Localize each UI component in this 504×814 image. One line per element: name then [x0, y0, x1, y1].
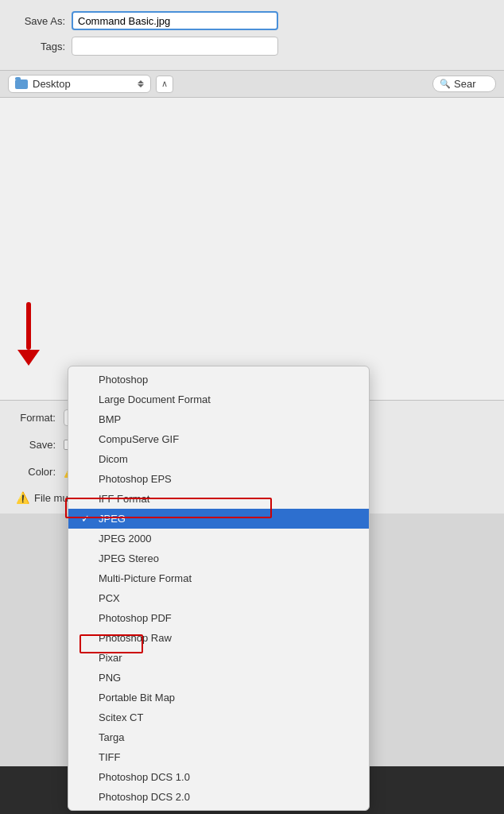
arrow-shaft — [26, 302, 31, 350]
dropdown-label-tiff: TIFF — [99, 751, 356, 763]
dropdown-label-eps: Photoshop EPS — [99, 473, 356, 485]
dropdown-label-large-doc: Large Document Format — [99, 393, 356, 405]
save-options-label: Save: — [16, 439, 64, 451]
tags-label: Tags: — [16, 41, 72, 52]
arrow-head — [17, 350, 40, 366]
dropdown-item-multi-picture[interactable]: Multi-Picture Format — [68, 568, 369, 588]
dropdown-label-raw: Photoshop Raw — [99, 632, 356, 644]
dropdown-item-bmp[interactable]: BMP — [68, 409, 369, 429]
dropdown-item-raw[interactable]: Photoshop Raw — [68, 628, 369, 648]
dropdown-item-scitex[interactable]: Scitex CT — [68, 707, 369, 727]
dropdown-item-dcs2[interactable]: Photoshop DCS 2.0 — [68, 787, 369, 807]
save-as-input[interactable] — [72, 11, 278, 30]
dropdown-label-dcs2: Photoshop DCS 2.0 — [99, 791, 356, 803]
dropdown-item-eps[interactable]: Photoshop EPS — [68, 469, 369, 489]
dropdown-label-targa: Targa — [99, 731, 356, 743]
format-dropdown-list: Photoshop Large Document Format BMP Comp… — [68, 366, 370, 811]
stepper-down-icon — [138, 84, 144, 87]
dropdown-item-large-doc[interactable]: Large Document Format — [68, 390, 369, 409]
dropdown-label-jpeg: JPEG — [99, 513, 356, 525]
dropdown-item-jpeg2000[interactable]: JPEG 2000 — [68, 529, 369, 548]
dropdown-label-gif: CompuServe GIF — [99, 433, 356, 445]
color-label: Color: — [16, 466, 64, 478]
dropdown-label-jpeg-stereo: JPEG Stereo — [99, 552, 356, 564]
dropdown-label-dicom: Dicom — [99, 453, 356, 465]
annotation-arrow — [17, 302, 40, 366]
dropdown-item-photoshop[interactable]: Photoshop — [68, 370, 369, 390]
dropdown-item-portable-bitmap[interactable]: Portable Bit Map — [68, 688, 369, 707]
dropdown-label-multi-picture: Multi-Picture Format — [99, 572, 356, 584]
dropdown-item-jpeg-stereo[interactable]: JPEG Stereo — [68, 548, 369, 568]
path-selector[interactable]: Desktop — [8, 75, 151, 93]
path-label: Desktop — [33, 78, 133, 90]
dropdown-label-scitex: Scitex CT — [99, 711, 356, 723]
path-stepper[interactable] — [138, 80, 144, 87]
dropdown-label-photoshop: Photoshop — [99, 374, 356, 386]
search-box[interactable]: 🔍 Sear — [432, 76, 496, 92]
dropdown-item-jpeg[interactable]: ✓ JPEG — [68, 509, 369, 529]
dropdown-label-pcx: PCX — [99, 592, 356, 604]
dropdown-item-iff[interactable]: IFF Format — [68, 489, 369, 509]
dropdown-item-pdf[interactable]: Photoshop PDF — [68, 608, 369, 628]
search-partial-text: Sear — [454, 78, 475, 90]
dropdown-item-dcs1[interactable]: Photoshop DCS 1.0 — [68, 767, 369, 787]
stepper-up-icon — [138, 80, 144, 83]
check-jpeg: ✓ — [81, 513, 92, 525]
dropdown-label-dcs1: Photoshop DCS 1.0 — [99, 771, 356, 783]
tags-row: Tags: — [16, 37, 488, 56]
dropdown-label-jpeg2000: JPEG 2000 — [99, 533, 356, 545]
dropdown-item-gif[interactable]: CompuServe GIF — [68, 429, 369, 449]
save-as-label: Save As: — [16, 15, 72, 27]
top-panel: Save As: Tags: — [0, 0, 504, 71]
dropdown-label-bmp: BMP — [99, 413, 356, 425]
collapse-button[interactable]: ∧ — [156, 76, 173, 93]
path-bar: Desktop ∧ 🔍 Sear — [0, 71, 504, 98]
save-as-row: Save As: — [16, 11, 488, 30]
dropdown-label-pixar: Pixar — [99, 652, 356, 664]
file-browser-area — [0, 98, 504, 400]
dropdown-item-tiff[interactable]: TIFF — [68, 747, 369, 767]
dropdown-item-png[interactable]: PNG — [68, 668, 369, 688]
dropdown-item-targa[interactable]: Targa — [68, 727, 369, 747]
tags-input[interactable] — [72, 37, 278, 56]
folder-icon — [15, 79, 28, 89]
dropdown-label-portable-bitmap: Portable Bit Map — [99, 692, 356, 704]
search-icon: 🔍 — [440, 79, 451, 89]
chevron-up-icon: ∧ — [161, 79, 168, 89]
dropdown-item-pixar[interactable]: Pixar — [68, 648, 369, 668]
dropdown-label-png: PNG — [99, 672, 356, 684]
dropdown-label-iff: IFF Format — [99, 493, 356, 505]
file-warning-icon: ⚠️ — [16, 491, 29, 504]
file-warning-text: File mu — [34, 492, 68, 504]
dropdown-label-pdf: Photoshop PDF — [99, 612, 356, 624]
format-label: Format: — [16, 412, 64, 424]
dropdown-item-dicom[interactable]: Dicom — [68, 449, 369, 469]
dropdown-item-pcx[interactable]: PCX — [68, 588, 369, 608]
